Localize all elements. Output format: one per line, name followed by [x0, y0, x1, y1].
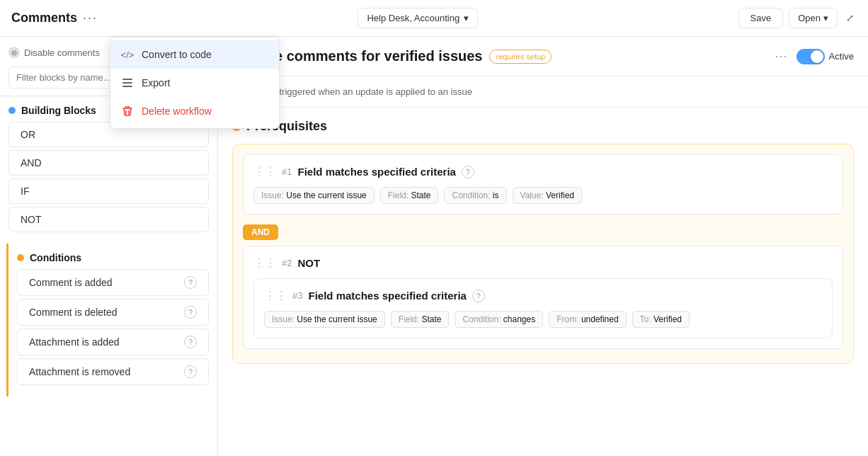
block-1-title: Field matches specified criteria: [297, 166, 455, 178]
delete-workflow-item[interactable]: Delete workflow: [110, 97, 279, 125]
help-icon[interactable]: ?: [184, 365, 197, 378]
drag-handle[interactable]: ⋮⋮: [253, 165, 276, 178]
convert-to-code-item[interactable]: </> Convert to code: [110, 40, 279, 69]
attachment-added-item[interactable]: Attachment is added ?: [17, 329, 209, 355]
svg-rect-2: [122, 86, 132, 87]
open-label: Open: [798, 13, 821, 23]
block-1-card: ⋮⋮ #1 Field matches specified criteria ?…: [243, 154, 843, 215]
comment-added-item[interactable]: Comment is added ?: [17, 269, 209, 296]
tag-field[interactable]: Field: State: [391, 311, 450, 328]
attachment-removed-item[interactable]: Attachment is removed ?: [17, 358, 209, 385]
content-title: Disable comments for verified issues req…: [232, 48, 552, 64]
svg-rect-1: [122, 82, 132, 84]
if-block[interactable]: IF: [8, 178, 209, 204]
code-icon: </>: [120, 47, 135, 62]
chevron-down-icon: ▾: [823, 13, 828, 23]
building-blocks-title: Building Blocks: [21, 105, 96, 116]
requires-setup-badge: requires setup: [489, 50, 552, 64]
toggle-label: Active: [829, 51, 854, 62]
workspace-label: Help Desk, Accounting: [367, 13, 459, 23]
conditions-title: Conditions: [30, 252, 81, 263]
block-3-card: ⋮⋮ #3 Field matches specified criteria ?…: [253, 278, 833, 338]
help-circle-icon[interactable]: ?: [462, 166, 474, 178]
tag-issue[interactable]: Issue: Use the current issue: [264, 311, 385, 328]
save-button[interactable]: Save: [738, 8, 784, 28]
tag-condition[interactable]: Condition: is: [444, 187, 506, 204]
rule-description: This rule is triggered when an update is…: [218, 76, 868, 108]
prerequisites-card: ⋮⋮ #1 Field matches specified criteria ?…: [232, 144, 854, 364]
drag-handle[interactable]: ⋮⋮: [253, 256, 276, 270]
block-3-tags: Issue: Use the current issue Field: Stat…: [264, 311, 822, 328]
help-icon[interactable]: ?: [184, 276, 197, 289]
content-area: Disable comments for verified issues req…: [218, 37, 868, 456]
block-3-number: #3: [292, 290, 302, 301]
delete-workflow-label: Delete workflow: [142, 106, 212, 117]
trash-icon: [120, 104, 135, 118]
block-2-title: NOT: [297, 257, 320, 269]
active-toggle-container: Active: [796, 49, 854, 64]
dropdown-menu: </> Convert to code Export: [110, 37, 280, 129]
tag-from[interactable]: From: undefined: [549, 311, 626, 328]
conditions-dot: [17, 254, 24, 261]
page-title: Comments: [11, 11, 77, 25]
block-3-title: Field matches specified criteria: [308, 290, 466, 302]
drag-handle[interactable]: ⋮⋮: [264, 289, 287, 302]
open-button[interactable]: Open ▾: [789, 8, 838, 28]
tag-field[interactable]: Field: State: [380, 187, 439, 204]
and-badge: AND: [243, 224, 278, 240]
disable-icon: ⊖: [8, 47, 20, 58]
conditions-section: Conditions Comment is added ? Comment is…: [6, 244, 217, 397]
active-toggle[interactable]: [796, 49, 825, 64]
tag-to[interactable]: To: Verified: [632, 311, 690, 328]
help-icon[interactable]: ?: [184, 306, 197, 319]
block-1-tags: Issue: Use the current issue Field: Stat…: [253, 187, 833, 204]
workspace-selector[interactable]: Help Desk, Accounting ▾: [358, 8, 478, 28]
tag-issue[interactable]: Issue: Use the current issue: [253, 187, 375, 204]
content-more-button[interactable]: ···: [775, 49, 788, 64]
disable-comments-label: Disable comments: [24, 47, 100, 58]
convert-to-code-label: Convert to code: [142, 49, 212, 60]
not-block[interactable]: NOT: [8, 207, 209, 232]
help-circle-icon[interactable]: ?: [472, 290, 485, 302]
svg-rect-0: [122, 79, 132, 80]
tag-condition[interactable]: Condition: changes: [455, 311, 543, 328]
block-2-number: #2: [282, 258, 292, 268]
prerequisites-section: Prerequisites ⋮⋮ #1 Field matches specif…: [218, 108, 868, 382]
block-1-number: #1: [282, 166, 292, 177]
expand-button[interactable]: ⤢: [843, 10, 857, 26]
comment-deleted-item[interactable]: Comment is deleted ?: [17, 299, 209, 326]
block-2-card: ⋮⋮ #2 NOT ⋮⋮ #3 Field matches specified …: [243, 246, 843, 349]
and-block[interactable]: AND: [8, 150, 209, 176]
export-icon: [120, 76, 135, 90]
chevron-down-icon: ▾: [464, 13, 469, 23]
building-blocks-dot: [8, 107, 16, 114]
export-item[interactable]: Export: [110, 69, 279, 97]
help-icon[interactable]: ?: [184, 336, 197, 348]
tag-value[interactable]: Value: Verified: [513, 187, 583, 204]
more-options-button[interactable]: ···: [83, 11, 98, 25]
toggle-knob: [811, 50, 823, 63]
export-label: Export: [142, 77, 170, 89]
